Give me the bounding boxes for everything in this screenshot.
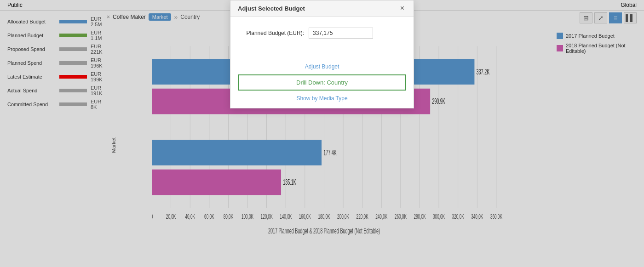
adjust-budget-link[interactable]: Adjust Budget <box>238 61 406 73</box>
modal-body: Planned Budget (EUR): <box>230 17 414 57</box>
modal-footer: Adjust Budget Drill Down: Country Show b… <box>230 57 414 108</box>
drill-down-button[interactable]: Drill Down: Country <box>238 74 406 91</box>
main-container: Public Global Allocated Budget EUR 2.5M … <box>0 0 644 267</box>
planned-budget-input[interactable] <box>309 28 373 39</box>
show-media-type-link[interactable]: Show by Media Type <box>238 92 406 104</box>
form-row-budget: Planned Budget (EUR): <box>240 28 404 39</box>
modal: Adjust Selected Budget × Planned Budget … <box>230 0 414 108</box>
modal-close-button[interactable]: × <box>398 4 406 12</box>
modal-overlay: Adjust Selected Budget × Planned Budget … <box>0 0 644 267</box>
modal-header: Adjust Selected Budget × <box>230 0 414 17</box>
field-label: Planned Budget (EUR): <box>240 30 304 36</box>
modal-title: Adjust Selected Budget <box>238 5 305 12</box>
